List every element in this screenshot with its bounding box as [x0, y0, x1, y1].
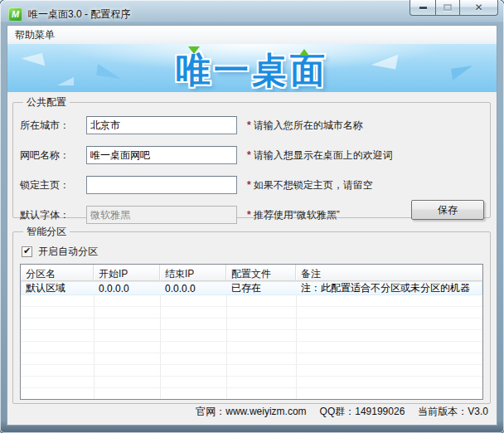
table-header: 分区名 开始IP 结束IP 配置文件 备注: [21, 265, 482, 281]
homepage-label: 锁定主页：: [20, 178, 86, 192]
auto-partition-label[interactable]: 开启自动分区: [38, 245, 98, 259]
font-input: [86, 206, 237, 224]
app-icon[interactable]: M: [8, 7, 22, 22]
homepage-input[interactable]: [86, 176, 237, 194]
banner: 唯一桌面: [7, 44, 497, 92]
font-label: 默认字体：: [20, 208, 86, 222]
city-input[interactable]: [86, 116, 237, 134]
cell-end-ip: 0.0.0.0: [160, 283, 226, 294]
public-config-group: 公共配置 所在城市： *请输入您所在的城市名称 网吧名称： *请输入想显示在桌面…: [12, 95, 491, 218]
status-bar: 官网：www.weiyizm.com QQ群：149199026 当前版本：V3…: [7, 404, 497, 425]
save-button[interactable]: 保存: [411, 200, 484, 220]
status-version: 当前版本：V3.0: [418, 405, 488, 419]
table-row[interactable]: 默认区域 0.0.0.0 0.0.0.0 已存在 注：此配置适合不分区或未分区的…: [21, 281, 482, 295]
status-qq-group: QQ群：149199026: [320, 405, 405, 419]
partition-table: 分区名 开始IP 结束IP 配置文件 备注 默认区域 0.0.0.0 0.0.0: [20, 264, 483, 400]
cafe-name-label: 网吧名称：: [20, 148, 86, 163]
city-label: 所在城市：: [20, 119, 86, 133]
app-window: M 唯一桌面3.0 - 配置程序 ✕ 帮助菜单 唯一桌面 公共配置 所在城市：: [0, 0, 504, 433]
header-config-file[interactable]: 配置文件: [226, 265, 296, 280]
close-button[interactable]: ✕: [459, 0, 498, 16]
menu-bar: 帮助菜单: [7, 26, 497, 44]
homepage-hint: *如果不想锁定主页，请留空: [247, 178, 373, 192]
header-remark[interactable]: 备注: [296, 265, 482, 280]
required-mark: *: [247, 119, 251, 131]
required-mark: *: [247, 209, 251, 221]
cafe-name-hint: *请输入想显示在桌面上的欢迎词: [247, 148, 393, 163]
cell-partition-name: 默认区域: [21, 281, 94, 295]
auto-partition-row: ✔ 开启自动分区: [22, 244, 483, 259]
menu-item-help[interactable]: 帮助菜单: [7, 26, 62, 44]
partition-legend: 智能分区: [23, 225, 70, 239]
table-body: 默认区域 0.0.0.0 0.0.0.0 已存在 注：此配置适合不分区或未分区的…: [21, 281, 482, 399]
partition-group: 智能分区 ✔ 开启自动分区 分区名 开始IP 结束IP 配置文件 备注: [12, 225, 491, 404]
header-start-ip[interactable]: 开始IP: [94, 265, 160, 280]
field-row-homepage: 锁定主页： *如果不想锁定主页，请留空: [20, 176, 483, 194]
close-icon: ✕: [474, 2, 482, 12]
field-row-city: 所在城市： *请输入您所在的城市名称: [20, 116, 483, 134]
maximize-icon: [443, 4, 452, 11]
required-mark: *: [247, 149, 251, 161]
logo: 唯一桌面: [7, 47, 497, 92]
client-area: 帮助菜单 唯一桌面 公共配置 所在城市： *请输入您所在的城市名称 网吧名称：: [7, 25, 497, 426]
maximize-button[interactable]: [435, 0, 460, 16]
header-partition-name[interactable]: 分区名: [21, 265, 94, 280]
required-mark: *: [247, 179, 251, 191]
empty-rows-grid: [21, 295, 482, 399]
minimize-button[interactable]: [410, 0, 436, 16]
header-end-ip[interactable]: 结束IP: [160, 265, 226, 280]
logo-green-accent: [188, 46, 200, 54]
check-icon: ✔: [23, 246, 31, 255]
font-hint: *推荐使用“微软雅黑”: [247, 208, 340, 222]
cafe-name-input[interactable]: [86, 146, 237, 164]
cell-config-file: 已存在: [226, 281, 296, 295]
caption-buttons: ✕: [410, 0, 498, 16]
logo-green-accent: [299, 49, 309, 56]
auto-partition-checkbox[interactable]: ✔: [22, 246, 32, 257]
cell-start-ip: 0.0.0.0: [94, 283, 160, 294]
status-website: 官网：www.weiyizm.com: [196, 405, 306, 419]
window-title: 唯一桌面3.0 - 配置程序: [28, 7, 130, 22]
minimize-icon: [419, 7, 427, 9]
field-row-cafe-name: 网吧名称： *请输入想显示在桌面上的欢迎词: [20, 146, 483, 164]
city-hint: *请输入您所在的城市名称: [247, 119, 363, 133]
public-config-legend: 公共配置: [23, 95, 70, 109]
cell-remark: 注：此配置适合不分区或未分区的机器: [296, 281, 482, 295]
